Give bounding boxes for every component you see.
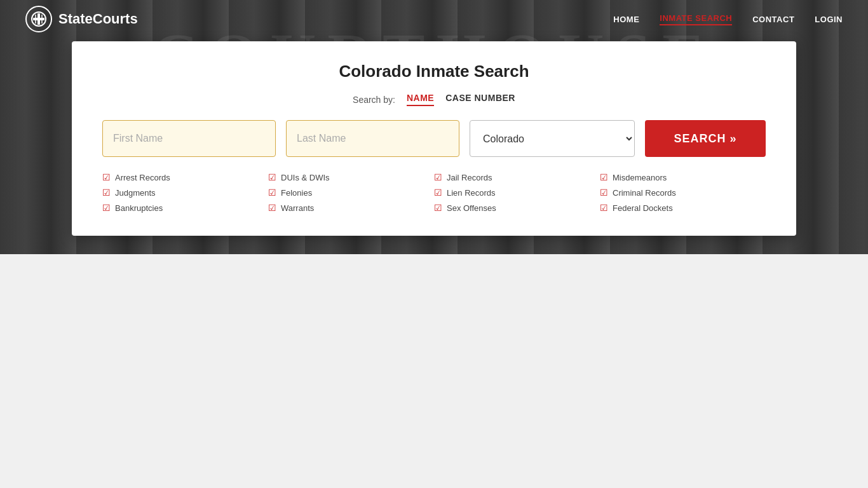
check-criminal-records: ☑ Criminal Records: [600, 187, 766, 198]
check-sex-offenses: ☑ Sex Offenses: [434, 203, 600, 213]
checklist-col-1: ☑ DUIs & DWIs ☑ Felonies ☑ Warrants: [268, 172, 434, 213]
check-bankruptcies: ☑ Bankruptcies: [102, 203, 268, 213]
check-icon-6: ☑: [434, 172, 442, 182]
check-icon-8: ☑: [434, 203, 442, 213]
search-button[interactable]: SEARCH »: [645, 120, 766, 157]
search-inputs-row: Colorado Alabama Alaska Arizona Californ…: [102, 120, 766, 157]
logo-icon: [25, 6, 52, 32]
tab-name[interactable]: NAME: [407, 93, 434, 106]
logo-text: StateCourts: [58, 11, 138, 27]
hero-section: COURTHOUSE StateCourts HOME INMATE SEARC…: [0, 0, 868, 254]
check-icon-4: ☑: [268, 187, 276, 198]
check-federal-dockets: ☑ Federal Dockets: [600, 203, 766, 213]
first-name-input[interactable]: [102, 120, 276, 157]
last-name-input[interactable]: [286, 120, 459, 157]
check-icon-7: ☑: [434, 187, 442, 198]
nav-contact[interactable]: CONTACT: [752, 15, 794, 24]
check-label-misdemeanors: Misdemeanors: [613, 173, 667, 182]
check-icon-9: ☑: [600, 172, 608, 182]
checklist-grid: ☑ Arrest Records ☑ Judgments ☑ Bankruptc…: [102, 172, 766, 213]
checklist-col-0: ☑ Arrest Records ☑ Judgments ☑ Bankruptc…: [102, 172, 268, 213]
check-icon-0: ☑: [102, 172, 111, 182]
checklist-col-2: ☑ Jail Records ☑ Lien Records ☑ Sex Offe…: [434, 172, 600, 213]
state-select[interactable]: Colorado Alabama Alaska Arizona Californ…: [470, 120, 635, 157]
nav-links: HOME INMATE SEARCH CONTACT LOGIN: [613, 13, 843, 25]
check-label-federal-dockets: Federal Dockets: [613, 203, 673, 213]
search-by-row: Search by: NAME CASE NUMBER: [102, 93, 766, 106]
check-label-jail-records: Jail Records: [447, 173, 492, 182]
check-icon-3: ☑: [268, 172, 276, 182]
main-nav: StateCourts HOME INMATE SEARCH CONTACT L…: [0, 0, 868, 38]
check-icon-2: ☑: [102, 203, 111, 213]
check-lien-records: ☑ Lien Records: [434, 187, 600, 198]
check-label-arrest-records: Arrest Records: [115, 173, 170, 182]
tab-case-number[interactable]: CASE NUMBER: [445, 93, 515, 106]
check-icon-5: ☑: [268, 203, 276, 213]
check-label-bankruptcies: Bankruptcies: [115, 203, 163, 213]
check-label-judgments: Judgments: [115, 188, 156, 198]
check-icon-1: ☑: [102, 187, 111, 198]
checklist-col-3: ☑ Misdemeanors ☑ Criminal Records ☑ Fede…: [600, 172, 766, 213]
search-by-label: Search by:: [353, 95, 395, 105]
check-label-felonies: Felonies: [281, 188, 312, 198]
nav-login[interactable]: LOGIN: [815, 15, 843, 24]
check-duis: ☑ DUIs & DWIs: [268, 172, 434, 182]
check-judgments: ☑ Judgments: [102, 187, 268, 198]
check-jail-records: ☑ Jail Records: [434, 172, 600, 182]
check-icon-10: ☑: [600, 187, 608, 198]
check-icon-11: ☑: [600, 203, 608, 213]
check-label-criminal-records: Criminal Records: [613, 188, 676, 198]
check-label-duis: DUIs & DWIs: [281, 173, 330, 182]
check-label-lien-records: Lien Records: [447, 188, 496, 198]
nav-home[interactable]: HOME: [613, 15, 639, 24]
check-felonies: ☑ Felonies: [268, 187, 434, 198]
check-label-sex-offenses: Sex Offenses: [447, 203, 496, 213]
search-button-label: SEARCH »: [674, 132, 736, 146]
nav-inmate-search[interactable]: INMATE SEARCH: [660, 13, 732, 25]
check-label-warrants: Warrants: [281, 203, 314, 213]
check-warrants: ☑ Warrants: [268, 203, 434, 213]
check-misdemeanors: ☑ Misdemeanors: [600, 172, 766, 182]
search-card: Colorado Inmate Search Search by: NAME C…: [72, 41, 796, 236]
logo-link[interactable]: StateCourts: [25, 6, 138, 32]
search-card-title: Colorado Inmate Search: [102, 62, 766, 81]
check-arrest-records: ☑ Arrest Records: [102, 172, 268, 182]
